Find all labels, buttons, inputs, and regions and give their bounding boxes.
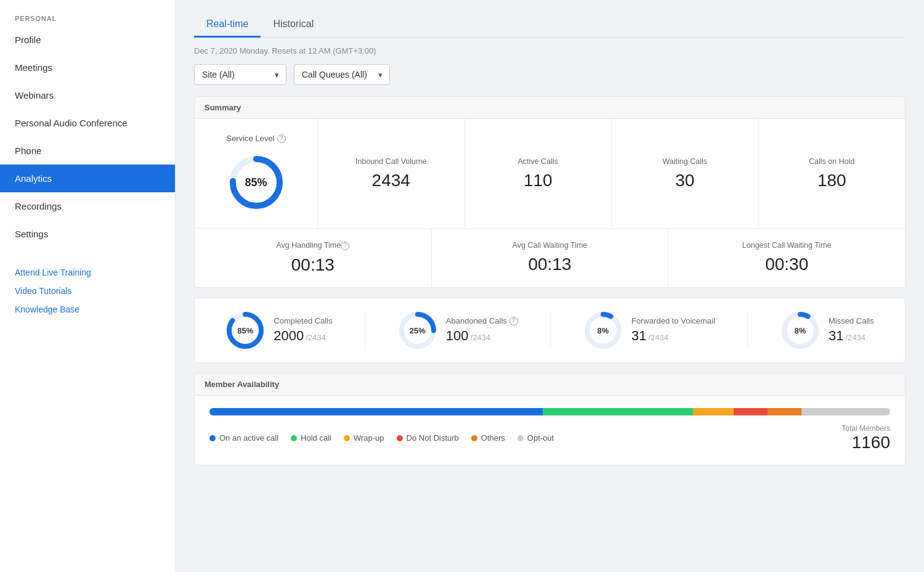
main-content: Real-timeHistorical Dec 7, 2020 Monday. …: [176, 0, 924, 572]
metrics-card: 85% Completed Calls 2000 /2434 25% Aband…: [194, 298, 906, 363]
metric-item-forwarded-to-voicemail: 8% Forwarded to Voicemail 31 /2434: [583, 311, 715, 350]
legend-label-wrap-up: Wrap-up: [354, 433, 384, 443]
metric-item-missed-calls: 8% Missed Calls 31 /2434: [780, 311, 874, 350]
sidebar: PERSONAL ProfileMeetingsWebinarsPersonal…: [0, 0, 176, 572]
legend-item-wrap-up: Wrap-up: [344, 433, 384, 443]
metric-item-abandoned-calls: 25% Abandoned Calls? 100 /2434: [398, 311, 518, 350]
sidebar-item-meetings[interactable]: Meetings: [0, 54, 175, 81]
mini-donut-completed-calls: 85%: [225, 311, 265, 350]
sidebar-item-profile[interactable]: Profile: [0, 26, 175, 54]
sidebar-item-personal-audio[interactable]: Personal Audio Conference: [0, 109, 175, 137]
stat-value-active-calls: 110: [524, 171, 553, 190]
legend-label-active-call: On an active call: [219, 433, 278, 443]
mini-donut-label-completed-calls: 85%: [237, 325, 253, 335]
stat-inbound-call-volume: Inbound Call Volume 2434: [318, 119, 465, 228]
legend-dot-opt-out: [517, 435, 524, 441]
time-stat-value-longest-call-waiting-time: 00:30: [765, 255, 808, 274]
legend-label-hold-call: Hold call: [301, 433, 331, 443]
tab-historical[interactable]: Historical: [261, 12, 326, 38]
date-info: Dec 7, 2020 Monday. Resets at 12 AM (GMT…: [194, 46, 906, 55]
metric-text-forwarded-to-voicemail: Forwarded to Voicemail 31 /2434: [631, 316, 715, 344]
legend-dot-wrap-up: [344, 435, 350, 441]
metric-divider-1: [550, 312, 551, 349]
metric-divider-0: [365, 312, 365, 349]
legend-item-hold-call: Hold call: [291, 433, 331, 443]
legend-label-others: Others: [481, 433, 505, 443]
sidebar-item-phone[interactable]: Phone: [0, 137, 175, 165]
filters: Site (All) Site 1 Site 2 Call Queues (Al…: [194, 64, 906, 85]
stat-value-waiting-calls: 30: [675, 171, 694, 190]
legend-item-others: Others: [471, 433, 505, 443]
service-level-value: 85%: [245, 176, 267, 189]
sidebar-item-webinars[interactable]: Webinars: [0, 81, 175, 109]
sidebar-links: Attend Live TrainingVideo TutorialsKnowl…: [0, 268, 175, 314]
time-stat-label-avg-handling-time: Avg Handling Time?: [276, 241, 349, 250]
metric-name-abandoned-calls: Abandoned Calls?: [446, 316, 518, 325]
mini-donut-missed-calls: 8%: [780, 311, 820, 350]
availability-section-label: Member Availability: [194, 373, 906, 395]
time-stat-value-avg-call-waiting-time: 00:13: [528, 255, 571, 274]
time-stat-label-longest-call-waiting-time: Longest Call Waiting Time: [742, 241, 832, 250]
summary-card: Service Level ? 85% Inbound Call Volume …: [194, 118, 906, 288]
metric-name-forwarded-to-voicemail: Forwarded to Voicemail: [631, 316, 715, 325]
mini-donut-label-forwarded-to-voicemail: 8%: [598, 325, 609, 335]
service-level-donut: 85%: [225, 152, 287, 213]
availability-legend: On an active call Hold call Wrap-up Do N…: [209, 433, 554, 443]
stat-value-inbound-call-volume: 2434: [372, 171, 410, 190]
stat-label-waiting-calls: Waiting Calls: [663, 157, 707, 166]
sidebar-items: ProfileMeetingsWebinarsPersonal Audio Co…: [0, 26, 175, 248]
abandoned-calls-info-icon[interactable]: ?: [509, 317, 518, 325]
stat-label-inbound-call-volume: Inbound Call Volume: [355, 157, 426, 166]
call-queues-filter-wrapper: Call Queues (All) Queue 1 Queue 2: [294, 64, 390, 85]
site-filter-wrapper: Site (All) Site 1 Site 2: [194, 64, 286, 85]
sidebar-item-recordings[interactable]: Recordings: [0, 192, 175, 220]
stat-label-active-calls: Active Calls: [518, 157, 558, 166]
service-level-title: Service Level ?: [226, 134, 285, 143]
site-filter[interactable]: Site (All) Site 1 Site 2: [194, 64, 286, 85]
metric-value-completed-calls: 2000 /2434: [274, 328, 332, 344]
legend-dot-hold-call: [291, 435, 297, 441]
avg-handling-time-info-icon[interactable]: ?: [341, 242, 349, 250]
bar-segment-opt-out: [801, 408, 890, 415]
bar-segment-others: [768, 408, 801, 415]
availability-bar: [209, 408, 890, 415]
stat-active-calls: Active Calls 110: [465, 119, 612, 228]
metric-text-abandoned-calls: Abandoned Calls? 100 /2434: [446, 316, 518, 344]
stat-calls-on-hold: Calls on Hold 180: [759, 119, 906, 228]
mini-donut-label-missed-calls: 8%: [795, 325, 806, 335]
metric-text-missed-calls: Missed Calls 31 /2434: [829, 316, 874, 344]
service-level-info-icon[interactable]: ?: [277, 134, 286, 143]
availability-card: On an active call Hold call Wrap-up Do N…: [194, 395, 906, 465]
legend-dot-others: [471, 435, 477, 441]
call-stats: Inbound Call Volume 2434 Active Calls 11…: [318, 119, 905, 228]
mini-donut-forwarded-to-voicemail: 8%: [583, 311, 623, 350]
time-stat-avg-handling-time: Avg Handling Time? 00:13: [195, 229, 432, 287]
summary-section-label: Summary: [194, 96, 906, 118]
metric-name-missed-calls: Missed Calls: [829, 316, 874, 325]
time-stat-label-avg-call-waiting-time: Avg Call Waiting Time: [513, 241, 588, 250]
stat-waiting-calls: Waiting Calls 30: [612, 119, 759, 228]
mini-donut-label-abandoned-calls: 25%: [410, 325, 426, 335]
time-stat-longest-call-waiting-time: Longest Call Waiting Time 00:30: [668, 229, 905, 287]
sidebar-section-label: PERSONAL: [0, 7, 175, 26]
tab-real-time[interactable]: Real-time: [194, 12, 261, 38]
sidebar-link-knowledge-base[interactable]: Knowledge Base: [15, 304, 160, 314]
tabs: Real-timeHistorical: [194, 12, 906, 38]
call-queues-filter[interactable]: Call Queues (All) Queue 1 Queue 2: [294, 64, 390, 85]
stat-label-calls-on-hold: Calls on Hold: [809, 157, 854, 166]
metric-item-completed-calls: 85% Completed Calls 2000 /2434: [225, 311, 332, 350]
sidebar-item-settings[interactable]: Settings: [0, 220, 175, 248]
legend-dot-active-call: [209, 435, 216, 441]
total-members-box: Total Members 1160: [841, 424, 890, 452]
sidebar-link-video-tutorials[interactable]: Video Tutorials: [15, 286, 160, 296]
metric-divider-2: [747, 312, 748, 349]
availability-legend-row: On an active call Hold call Wrap-up Do N…: [209, 424, 890, 452]
bar-segment-wrap-up: [693, 408, 734, 415]
metric-name-completed-calls: Completed Calls: [274, 316, 332, 325]
bar-segment-active-call: [209, 408, 543, 415]
service-level-label: Service Level: [226, 134, 274, 143]
sidebar-link-attend-live-training[interactable]: Attend Live Training: [15, 268, 160, 277]
sidebar-item-analytics[interactable]: Analytics: [0, 165, 175, 192]
legend-item-do-not-disturb: Do Not Disturb: [397, 433, 459, 443]
legend-label-do-not-disturb: Do Not Disturb: [407, 433, 459, 443]
